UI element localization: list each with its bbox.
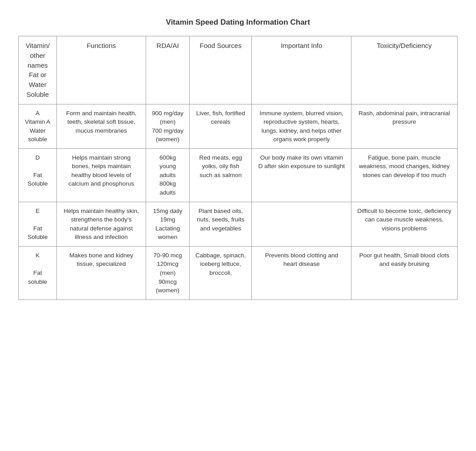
food-cell: Cabbage, spinach, iceberg lettuce, brocc… — [190, 246, 252, 299]
vitamin-cell: K Fat soluble — [19, 246, 57, 299]
header-col1: Vitamin/ other names Fat or Water Solubl… — [19, 36, 57, 104]
toxicity-cell: Rash, abdominal pain, intracranial press… — [351, 104, 458, 148]
info-cell: Prevents blood clotting and heart diseas… — [252, 246, 351, 299]
info-cell: Our body make its own vitamin D after sk… — [252, 148, 351, 202]
header-col2: Functions — [56, 36, 146, 104]
functions-cell: Form and maintain health, teeth, skeleta… — [56, 104, 146, 148]
toxicity-cell: Fatigue, bone pain, muscle weakness, moo… — [351, 148, 458, 202]
food-cell: Liver, fish, fortified cereals — [190, 104, 252, 148]
table-body: A Vitamin A Water solubleForm and mainta… — [19, 104, 458, 299]
table-row: D Fat SolubleHelps maintain strong bones… — [19, 148, 458, 202]
info-cell: Immune system, blurred vision, reproduct… — [252, 104, 351, 148]
header-col3: RDA/AI — [146, 36, 190, 104]
header-col5: Important Info — [252, 36, 351, 104]
vitamin-cell: D Fat Soluble — [19, 148, 57, 202]
toxicity-cell: Poor gut health, Small blood clots and e… — [351, 246, 458, 299]
table-row: K Fat solubleMakes bone and kidney tissu… — [19, 246, 458, 299]
vitamin-chart-table: Vitamin/ other names Fat or Water Solubl… — [18, 36, 458, 300]
functions-cell: Helps maintain healthy skin, strengthens… — [56, 202, 146, 246]
table-row: E Fat SolubleHelps maintain healthy skin… — [19, 202, 458, 246]
table-header-row: Vitamin/ other names Fat or Water Solubl… — [19, 36, 458, 104]
food-cell: Red meats, egg yolks, oily fish such as … — [190, 148, 252, 202]
toxicity-cell: Difficult to become toxic, deficiency ca… — [351, 202, 458, 246]
header-col6: Toxicity/Deficiency — [351, 36, 458, 104]
info-cell — [252, 202, 351, 246]
rda-cell: 900 mg/day (men) 700 mg/day (women) — [146, 104, 190, 148]
rda-cell: 15mg daily 19mg Lactating women — [146, 202, 190, 246]
table-row: A Vitamin A Water solubleForm and mainta… — [19, 104, 458, 148]
page-title: Vitamin Speed Dating Information Chart — [166, 18, 310, 27]
functions-cell: Makes bone and kidney tissue, specialize… — [56, 246, 146, 299]
rda-cell: 70-90 mcg 120mcg (men) 90mcg (women) — [146, 246, 190, 299]
vitamin-cell: A Vitamin A Water soluble — [19, 104, 57, 148]
rda-cell: 600kg young adults 800kg adults — [146, 148, 190, 202]
vitamin-cell: E Fat Soluble — [19, 202, 57, 246]
header-col4: Food Sources — [190, 36, 252, 104]
functions-cell: Helps maintain strong bones, helps maint… — [56, 148, 146, 202]
food-cell: Plant based oils, nuts, seeds, fruits an… — [190, 202, 252, 246]
